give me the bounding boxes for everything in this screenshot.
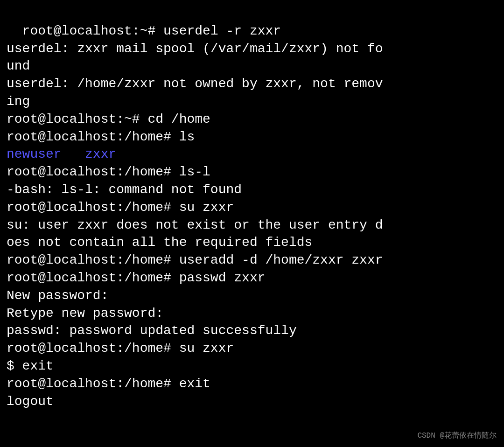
line-after-ls: root@localhost:/home# ls-l -bash: ls-l: …: [7, 165, 383, 408]
ls-output-gap: [62, 147, 85, 161]
ls-output-newuser: newuser: [7, 147, 62, 161]
ls-output-zxxr: zxxr: [85, 147, 116, 161]
watermark: CSDN @花蕾依在情随尔: [417, 431, 497, 441]
line-1: root@localhost:~# userdel -r zxxr userde…: [7, 24, 383, 144]
terminal-output: root@localhost:~# userdel -r zxxr userde…: [7, 5, 497, 428]
